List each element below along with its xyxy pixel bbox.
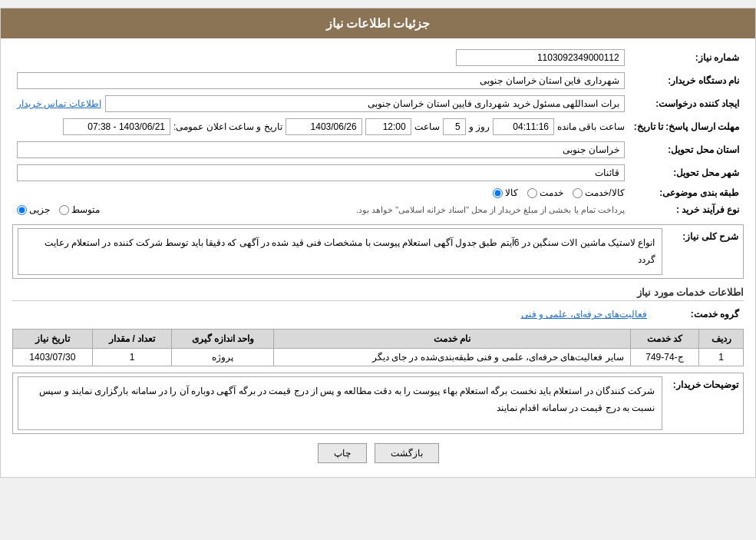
buyer-name-label: نام دستگاه خریدار: bbox=[629, 69, 744, 92]
purchase-mota-label: متوسط bbox=[71, 204, 100, 215]
category-kala-khedmat-label: کالا/خدمت bbox=[585, 187, 624, 198]
city-cell: قائنات bbox=[12, 161, 629, 184]
city-label: شهر محل تحویل: bbox=[629, 161, 744, 184]
info-table: شماره نیاز: 1103092349000112 نام دستگاه … bbox=[12, 46, 744, 218]
time-value: 12:00 bbox=[365, 118, 411, 135]
category-option-kala: کالا bbox=[493, 187, 518, 198]
cell-unit: پروژه bbox=[172, 349, 274, 366]
purchase-mota-radio[interactable] bbox=[59, 205, 69, 215]
creator-value: برات اسداللهی مسئول خرید شهرداری فایین ا… bbox=[105, 95, 625, 112]
category-khedmat-radio[interactable] bbox=[527, 188, 537, 198]
service-group-label: گروه خدمت: bbox=[652, 306, 744, 323]
remaining-value: 04:11:16 bbox=[493, 118, 554, 135]
category-label: طبقه بندی موضوعی: bbox=[629, 184, 744, 201]
purchase-option-jozi: جزیی bbox=[17, 204, 50, 215]
main-content: شماره نیاز: 1103092349000112 نام دستگاه … bbox=[1, 38, 755, 477]
col-header-count: تعداد / مقدار bbox=[92, 330, 172, 349]
purchase-radio-group: متوسط جزیی bbox=[17, 204, 100, 215]
announce-date-value: 1403/06/21 - 07:38 bbox=[63, 118, 170, 135]
col-header-row: ردیف bbox=[699, 330, 744, 349]
remaining-label: ساعت باقی مانده bbox=[557, 121, 625, 132]
col-header-name: نام خدمت bbox=[274, 330, 630, 349]
province-cell: خراسان جنوبی bbox=[12, 138, 629, 161]
table-row: 1 ج-74-749 سایر فعالیت‌های حرفه‌ای، علمی… bbox=[13, 349, 744, 366]
category-kala-label: کالا bbox=[505, 187, 518, 198]
purchase-type-row: پرداخت تمام یا بخشی از مبلغ خریدار از مح… bbox=[17, 204, 625, 215]
time-label: ساعت bbox=[414, 121, 440, 132]
province-value: خراسان جنوبی bbox=[17, 141, 625, 158]
purchase-jozi-label: جزیی bbox=[29, 204, 50, 215]
service-group-cell: فعالیت‌های حرفه‌ای، علمی و فنی bbox=[12, 306, 652, 323]
days-value: 5 bbox=[443, 118, 466, 135]
cell-date: 1403/07/30 bbox=[13, 349, 93, 366]
need-number-cell: 1103092349000112 bbox=[12, 46, 629, 69]
purchase-type-cell: پرداخت تمام یا بخشی از مبلغ خریدار از مح… bbox=[12, 201, 629, 218]
services-table: ردیف کد خدمت نام خدمت واحد اندازه گیری ت… bbox=[12, 329, 744, 366]
page-wrapper: جزئیات اطلاعات نیاز شماره نیاز: 11030923… bbox=[0, 8, 756, 478]
category-cell: کالا/خدمت خدمت کالا bbox=[12, 184, 629, 201]
city-value: قائنات bbox=[17, 164, 625, 181]
response-datetime-row: ساعت باقی مانده 04:11:16 روز و 5 ساعت 12… bbox=[17, 118, 625, 135]
category-khedmat-label: خدمت bbox=[540, 187, 563, 198]
creator-contact-link[interactable]: اطلاعات تماس خریدار bbox=[17, 98, 101, 109]
category-option-khedmat: خدمت bbox=[527, 187, 563, 198]
col-header-code: کد خدمت bbox=[630, 330, 698, 349]
narration-label: شرح کلی نیاز: bbox=[667, 225, 744, 279]
buyer-name-cell: شهرداری فاین استان خراسان جنوبی bbox=[12, 69, 629, 92]
creator-row: برات اسداللهی مسئول خرید شهرداری فایین ا… bbox=[17, 95, 625, 112]
page-title: جزئیات اطلاعات نیاز bbox=[326, 17, 431, 30]
col-header-unit: واحد اندازه گیری bbox=[172, 330, 274, 349]
category-radio-group: کالا/خدمت خدمت کالا bbox=[17, 187, 625, 198]
creator-cell: برات اسداللهی مسئول خرید شهرداری فایین ا… bbox=[12, 92, 629, 115]
cell-row: 1 bbox=[699, 349, 744, 366]
col-header-date: تاریخ نیاز bbox=[13, 330, 93, 349]
response-date-value: 1403/06/26 bbox=[286, 118, 362, 135]
purchase-note: پرداخت تمام یا بخشی از مبلغ خریدار از مح… bbox=[111, 205, 625, 215]
service-group-value[interactable]: فعالیت‌های حرفه‌ای، علمی و فنی bbox=[521, 309, 647, 320]
buyer-name-value: شهرداری فاین استان خراسان جنوبی bbox=[17, 72, 625, 89]
services-section-title: اطلاعات خدمات مورد نیاز bbox=[12, 287, 744, 301]
back-button[interactable]: بازگشت bbox=[375, 443, 439, 463]
announce-datetime-label: تاریخ و ساعت اعلان عمومی: bbox=[173, 121, 282, 132]
narration-value: انواع لاستیک ماشین الات سنگین در 6آیتم ط… bbox=[18, 228, 662, 275]
category-kala-khedmat-radio[interactable] bbox=[573, 188, 583, 198]
need-number-value: 1103092349000112 bbox=[456, 49, 625, 66]
narration-cell: انواع لاستیک ماشین الات سنگین در 6آیتم ط… bbox=[13, 225, 667, 279]
creator-label: ایجاد کننده درخواست: bbox=[629, 92, 744, 115]
buyer-desc-label: توضیحات خریدار: bbox=[667, 373, 744, 434]
province-label: استان محل تحویل: bbox=[629, 138, 744, 161]
category-kala-radio[interactable] bbox=[493, 188, 503, 198]
response-deadline-cell: ساعت باقی مانده 04:11:16 روز و 5 ساعت 12… bbox=[12, 115, 629, 138]
cell-count: 1 bbox=[92, 349, 172, 366]
purchase-option-mota: متوسط bbox=[59, 204, 100, 215]
cell-code: ج-74-749 bbox=[630, 349, 698, 366]
buttons-row: بازگشت چاپ bbox=[12, 443, 744, 463]
service-group-table: گروه خدمت: فعالیت‌های حرفه‌ای، علمی و فن… bbox=[12, 306, 744, 323]
response-deadline-label: مهلت ارسال پاسخ: تا تاریخ: bbox=[629, 115, 744, 138]
days-label: روز و bbox=[469, 121, 490, 132]
print-button[interactable]: چاپ bbox=[318, 443, 367, 463]
purchase-jozi-radio[interactable] bbox=[17, 205, 27, 215]
buyer-desc-table: توضیحات خریدار: شرکت کنندگان در استعلام … bbox=[12, 373, 744, 434]
buyer-desc-value: شرکت کنندگان در استعلام باید نخست برگه ا… bbox=[18, 376, 662, 430]
page-header: جزئیات اطلاعات نیاز bbox=[1, 8, 755, 38]
buyer-desc-cell: شرکت کنندگان در استعلام باید نخست برگه ا… bbox=[13, 373, 667, 434]
need-number-label: شماره نیاز: bbox=[629, 46, 744, 69]
narration-table: شرح کلی نیاز: انواع لاستیک ماشین الات سن… bbox=[12, 224, 744, 279]
category-option-kala-khedmat: کالا/خدمت bbox=[573, 187, 624, 198]
cell-name: سایر فعالیت‌های حرفه‌ای، علمی و فنی طبقه… bbox=[274, 349, 630, 366]
purchase-type-label: نوع فرآیند خرید : bbox=[629, 201, 744, 218]
